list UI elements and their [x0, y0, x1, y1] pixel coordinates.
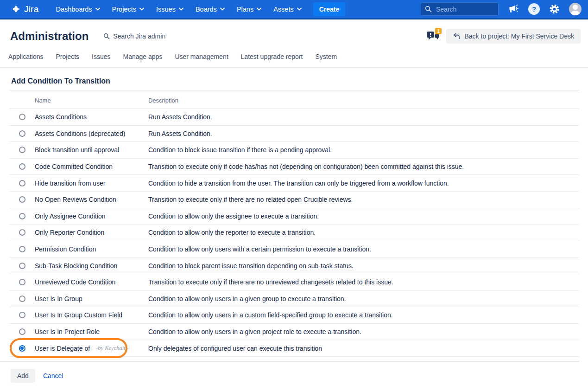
header-right: 1 Back to project: My First Service Desk — [426, 29, 581, 44]
admin-header: Administration Search Jira admin 1 — [0, 19, 588, 51]
cancel-link[interactable]: Cancel — [43, 372, 63, 380]
table-row: User Is In Group Custom FieldCondition t… — [9, 307, 579, 324]
vendor-badge: -by Keychain- — [96, 345, 128, 352]
tab-system[interactable]: System — [315, 53, 337, 60]
condition-name: No Open Reviews Condition — [35, 196, 116, 203]
table-row: Only Assignee ConditionCondition to allo… — [9, 208, 579, 225]
condition-name: Only Assignee Condition — [35, 212, 106, 220]
condition-radio[interactable] — [19, 114, 25, 120]
notification-badge: 1 — [435, 28, 442, 34]
tab-latest-upgrade-report[interactable]: Latest upgrade report — [241, 53, 303, 60]
user-avatar[interactable] — [569, 3, 582, 15]
condition-radio[interactable] — [19, 130, 25, 137]
gear-icon[interactable] — [549, 4, 560, 14]
form-footer: Add Cancel — [0, 362, 588, 383]
chevron-down-icon — [95, 7, 100, 11]
chevron-down-icon — [220, 7, 225, 11]
condition-name: Sub-Task Blocking Condition — [35, 262, 117, 270]
chevron-down-icon — [139, 7, 144, 11]
condition-description: Condition to allow only the assignee to … — [148, 212, 579, 220]
column-header-description: Description — [148, 97, 579, 104]
search-icon — [425, 6, 432, 14]
condition-name: Assets Conditions — [35, 113, 87, 121]
table-row: Permission ConditionCondition to allow o… — [9, 241, 579, 258]
page-title: Administration — [10, 30, 89, 43]
nav-menu-assets[interactable]: Assets — [268, 2, 307, 16]
megaphone-icon[interactable] — [508, 5, 519, 14]
table-row: Code Committed ConditionTransition to ex… — [9, 159, 579, 175]
top-navbar: Jira DashboardsProjectsIssuesBoardsPlans… — [0, 0, 588, 19]
condition-description: Transition to execute only if code has/h… — [148, 163, 579, 170]
condition-radio[interactable] — [19, 345, 25, 352]
table-row: Only Reporter ConditionCondition to allo… — [9, 225, 579, 241]
condition-name: Only Reporter Condition — [35, 229, 104, 236]
tab-issues[interactable]: Issues — [92, 53, 110, 60]
nav-menu-label: Plans — [237, 6, 253, 13]
table-row: Unreviewed Code ConditionTransition to e… — [9, 274, 579, 291]
tab-manage-apps[interactable]: Manage apps — [123, 53, 163, 60]
nav-menu-projects[interactable]: Projects — [107, 2, 149, 16]
condition-description: Run Assets Condition. — [148, 130, 579, 137]
table-row: Assets Conditions (deprecated)Run Assets… — [9, 126, 579, 142]
condition-radio[interactable] — [19, 246, 25, 252]
admin-search[interactable]: Search Jira admin — [103, 32, 165, 40]
condition-name: Assets Conditions (deprecated) — [35, 130, 125, 137]
condition-description: Transition to execute only if there are … — [148, 278, 579, 286]
condition-name: User Is In Project Role — [35, 328, 100, 335]
feedback-bubble-icon[interactable]: 1 — [426, 30, 441, 43]
tab-user-management[interactable]: User management — [175, 53, 228, 60]
nav-menu-boards[interactable]: Boards — [190, 2, 230, 16]
condition-radio[interactable] — [19, 328, 25, 335]
back-button-label: Back to project: My First Service Desk — [464, 32, 574, 40]
condition-radio[interactable] — [19, 296, 25, 302]
search-input[interactable] — [421, 2, 499, 16]
condition-radio[interactable] — [19, 279, 25, 285]
condition-description: Condition to allow only users in a given… — [148, 295, 579, 302]
table-row: User Is In Project RoleCondition to allo… — [9, 324, 579, 341]
condition-description: Run Assets Condition. — [148, 113, 579, 121]
main-nav-menu: DashboardsProjectsIssuesBoardsPlansAsset… — [51, 2, 306, 16]
jira-logo[interactable]: Jira — [11, 4, 38, 14]
condition-radio[interactable] — [19, 213, 25, 219]
table-row: User is Delegate of-by Keychain-Only del… — [9, 340, 579, 357]
table-row: Hide transition from userCondition to hi… — [9, 175, 579, 192]
navbar-right: ? — [421, 2, 582, 16]
condition-radio[interactable] — [19, 163, 25, 170]
condition-radio[interactable] — [19, 196, 25, 203]
table-row: Assets ConditionsRun Assets Condition. — [9, 109, 579, 126]
create-button[interactable]: Create — [313, 2, 346, 16]
tab-projects[interactable]: Projects — [56, 53, 80, 60]
condition-description: Condition to hide a transition from the … — [148, 180, 579, 187]
admin-search-label: Search Jira admin — [113, 32, 165, 40]
nav-menu-label: Dashboards — [56, 6, 92, 13]
help-icon[interactable]: ? — [528, 3, 540, 15]
nav-menu-plans[interactable]: Plans — [232, 2, 266, 16]
condition-radio[interactable] — [19, 312, 25, 318]
condition-description: Condition to block issue transition if t… — [148, 146, 579, 154]
admin-tabs: ApplicationsProjectsIssuesManage appsUse… — [0, 51, 588, 68]
condition-radio[interactable] — [19, 180, 25, 187]
condition-radio[interactable] — [19, 229, 25, 236]
back-to-project-button[interactable]: Back to project: My First Service Desk — [446, 29, 581, 44]
nav-menu-label: Projects — [112, 6, 136, 13]
table-header-row: Name Description — [9, 90, 579, 109]
chevron-down-icon — [257, 7, 261, 11]
condition-description: Condition to allow only users in a given… — [148, 328, 579, 335]
condition-description: Transition to execute only if there are … — [148, 196, 579, 203]
chevron-down-icon — [297, 7, 302, 11]
nav-menu-issues[interactable]: Issues — [151, 2, 189, 16]
navbar-search — [421, 2, 499, 16]
table-row: Block transition until approvalCondition… — [9, 142, 579, 159]
condition-radio[interactable] — [19, 263, 25, 269]
condition-radio[interactable] — [19, 147, 25, 153]
nav-menu-dashboards[interactable]: Dashboards — [51, 2, 105, 16]
condition-name: Hide transition from user — [35, 180, 106, 187]
search-icon — [103, 33, 110, 39]
brand-name: Jira — [24, 4, 38, 14]
nav-menu-label: Boards — [196, 6, 217, 13]
condition-description: Condition to block parent issue transiti… — [148, 262, 579, 270]
conditions-table: Name Description Assets ConditionsRun As… — [9, 90, 579, 357]
section-heading-wrap: Add Condition To Transition — [9, 77, 579, 90]
add-button[interactable]: Add — [11, 369, 35, 383]
tab-applications[interactable]: Applications — [8, 53, 44, 60]
